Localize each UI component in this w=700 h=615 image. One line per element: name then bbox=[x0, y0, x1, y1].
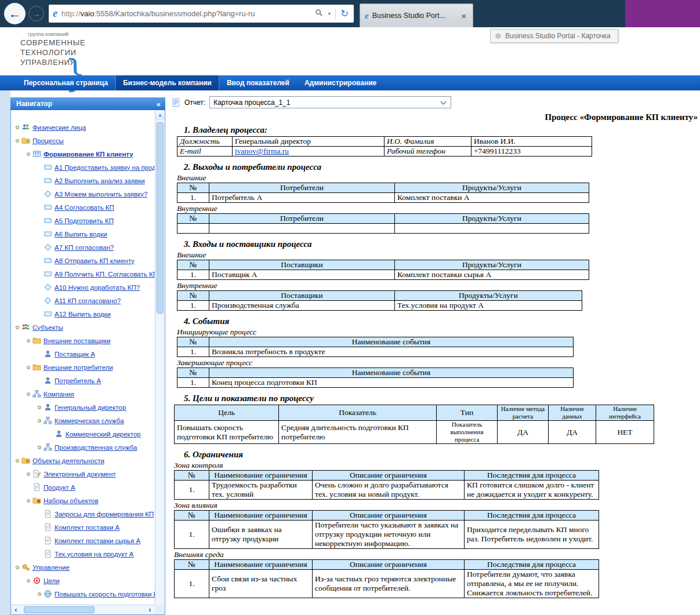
tree-item-label[interactable]: Объекты деятельности bbox=[32, 457, 104, 464]
tree-item[interactable]: Комплект поставки сырья А bbox=[11, 534, 155, 547]
tree-item[interactable]: Объекты деятельности bbox=[11, 454, 155, 467]
tree-item-label[interactable]: Повышать скорость подготовки К bbox=[55, 591, 155, 598]
tree-item[interactable]: А2 Выполнить анализ заявки bbox=[11, 174, 155, 187]
horizontal-scroll-thumb[interactable] bbox=[24, 606, 95, 613]
tree-item[interactable]: Наборы объектов bbox=[11, 494, 155, 507]
expand-dot-icon[interactable] bbox=[27, 579, 30, 583]
tree-item[interactable]: Повышать скорость подготовки К bbox=[11, 587, 155, 601]
expand-dot-icon[interactable] bbox=[38, 406, 41, 409]
tree-item-label[interactable]: А8 Отправить КП клиенту bbox=[55, 257, 135, 264]
url-text[interactable]: http://vaio:5558/Kartochka/businessmodel… bbox=[61, 9, 313, 18]
tree-item[interactable]: А4 Согласовать КП bbox=[11, 201, 155, 214]
address-bar[interactable]: e http://vaio:5558/Kartochka/businessmod… bbox=[49, 5, 354, 23]
tree-item[interactable]: Коммерческая служба bbox=[11, 414, 155, 427]
tree-item[interactable]: А7 КП согласован? bbox=[11, 241, 155, 254]
tree-item-label[interactable]: Компания bbox=[43, 391, 74, 398]
tree-item-label[interactable]: Цели bbox=[43, 577, 60, 584]
tree-item[interactable]: Коммерческий директор bbox=[11, 427, 155, 441]
horizontal-scrollbar[interactable]: ‹ › bbox=[11, 605, 155, 614]
report-select[interactable]: Карточка процесса_1_1 bbox=[209, 96, 451, 108]
expand-dot-icon[interactable] bbox=[16, 326, 19, 329]
tree-item[interactable]: Компания bbox=[11, 387, 155, 401]
tree-item-label[interactable]: А4 Согласовать КП bbox=[55, 204, 114, 211]
scroll-up-icon[interactable]: ▲ bbox=[155, 110, 165, 120]
tree-item-label[interactable]: Генеральный директор bbox=[55, 404, 126, 411]
tree-item-label[interactable]: А1 Предоставить заявку на прод bbox=[55, 164, 155, 171]
tree-item[interactable]: А1 Предоставить заявку на прод bbox=[11, 161, 155, 174]
tree-item[interactable]: Процессы bbox=[11, 134, 155, 147]
expand-dot-icon[interactable] bbox=[38, 592, 41, 596]
tree-item[interactable]: Формирование КП клиенту bbox=[11, 147, 155, 161]
tree-item-label[interactable]: А5 Подготовить КП bbox=[55, 217, 114, 224]
chevron-down-icon[interactable]: ▼ bbox=[325, 12, 333, 16]
tree-item-label[interactable]: Коммерческая служба bbox=[55, 417, 124, 424]
tree-item[interactable]: А3 Можем выполнить заявку? bbox=[11, 187, 155, 201]
search-icon[interactable] bbox=[313, 9, 325, 19]
collapse-sidebar-icon[interactable]: « bbox=[157, 100, 161, 108]
tree-item-label[interactable]: Запросы для формирования КП bbox=[55, 511, 154, 518]
tree-item[interactable]: Запросы для формирования КП bbox=[11, 507, 155, 521]
tree-item[interactable]: Тех.условия на продукт А bbox=[11, 547, 155, 561]
tree-item-label[interactable]: А2 Выполнить анализ заявки bbox=[55, 177, 145, 184]
nav-tab-0[interactable]: Персональная страница bbox=[16, 75, 115, 90]
tree-item[interactable]: А9 Получить КП. Согласовать КП bbox=[11, 267, 155, 281]
tree-item-label[interactable]: А7 КП согласован? bbox=[55, 244, 114, 251]
close-icon[interactable]: × bbox=[459, 11, 468, 21]
tree-item[interactable]: Потребитель А bbox=[11, 374, 155, 387]
tree-item[interactable]: А11 КП согласовано? bbox=[11, 294, 155, 307]
nav-tab-2[interactable]: Ввод показателей bbox=[219, 75, 297, 90]
browser-tab[interactable]: e Business Studio Port... × bbox=[360, 3, 473, 27]
tree-item-label[interactable]: Субъекты bbox=[32, 324, 63, 331]
tree-item[interactable]: Поставщик А bbox=[11, 347, 155, 361]
expand-dot-icon[interactable] bbox=[27, 499, 30, 503]
nav-tab-1[interactable]: Бизнес-модель компании bbox=[115, 75, 219, 90]
tree-item-label[interactable]: Поставщик А bbox=[55, 351, 95, 358]
tree-item-label[interactable]: Производственная служба bbox=[55, 444, 137, 451]
tree-item[interactable]: Производственная служба bbox=[11, 441, 155, 454]
chevron-left-icon[interactable]: ‹ bbox=[11, 605, 21, 614]
tree-item[interactable]: Физические лица bbox=[11, 121, 155, 134]
tree-item-label[interactable]: А9 Получить КП. Согласовать КП bbox=[55, 271, 155, 278]
tree-item[interactable]: А8 Отправить КП клиенту bbox=[11, 254, 155, 267]
expand-dot-icon[interactable] bbox=[27, 472, 30, 476]
tree-item[interactable]: Комплект поставки А bbox=[11, 521, 155, 534]
tree-item[interactable]: Внешние поставщики bbox=[11, 334, 155, 347]
nav-tab-3[interactable]: Администрирование bbox=[297, 75, 384, 90]
tree-item-label[interactable]: А3 Можем выполнить заявку? bbox=[55, 191, 147, 198]
refresh-icon[interactable]: ↻ bbox=[338, 8, 351, 20]
tree-item-label[interactable]: Комплект поставки сырья А bbox=[55, 537, 140, 544]
tree-item-label[interactable]: Комплект поставки А bbox=[55, 524, 119, 531]
expand-dot-icon[interactable] bbox=[27, 339, 30, 343]
browser-forward-button[interactable]: → bbox=[28, 6, 44, 21]
vertical-scroll-thumb[interactable] bbox=[157, 122, 164, 314]
tree-item-label[interactable]: Процессы bbox=[32, 137, 64, 144]
tree-item[interactable]: А12 Выпить водки bbox=[11, 307, 155, 321]
chevron-right-icon[interactable]: › bbox=[145, 605, 155, 614]
tree-item-label[interactable]: А11 КП согласовано? bbox=[55, 297, 121, 304]
tree-item-label[interactable]: Управление bbox=[32, 564, 70, 571]
tree-item-label[interactable]: Тех.условия на продукт А bbox=[55, 551, 134, 558]
expand-dot-icon[interactable] bbox=[27, 366, 30, 369]
expand-dot-icon[interactable] bbox=[38, 446, 41, 449]
expand-dot-icon[interactable] bbox=[38, 419, 41, 423]
tree-item-label[interactable]: Электронный документ bbox=[43, 471, 116, 478]
tree-item-label[interactable]: Продукт А bbox=[43, 484, 75, 491]
email-link[interactable]: ivanov@firma.ru bbox=[235, 147, 289, 155]
tree-item-label[interactable]: Физические лица bbox=[32, 124, 86, 131]
tree-item-label[interactable]: Потребитель А bbox=[55, 377, 101, 384]
tree-item-label[interactable]: А10 Нужно доработать КП? bbox=[55, 284, 140, 291]
tree-item[interactable]: Электронный документ bbox=[11, 467, 155, 481]
browser-back-button[interactable]: ← bbox=[4, 3, 26, 24]
expand-dot-icon[interactable] bbox=[27, 392, 30, 396]
tree-item[interactable]: А6 Выпить водки bbox=[11, 227, 155, 241]
tree-item[interactable]: Генеральный директор bbox=[11, 401, 155, 414]
tree-item-label[interactable]: Наборы объектов bbox=[43, 497, 99, 504]
tree-item-label[interactable]: Внешние потребители bbox=[43, 364, 113, 371]
tree-item[interactable]: А5 Подготовить КП bbox=[11, 214, 155, 227]
tree-item[interactable]: Продукт А bbox=[11, 481, 155, 494]
expand-dot-icon[interactable] bbox=[16, 126, 19, 129]
tree-item[interactable]: Субъекты bbox=[11, 321, 155, 334]
tree-item-label[interactable]: А12 Выпить водки bbox=[55, 311, 111, 318]
tree-item[interactable]: Цели bbox=[11, 574, 155, 587]
tree-item[interactable]: Внешние потребители bbox=[11, 361, 155, 374]
